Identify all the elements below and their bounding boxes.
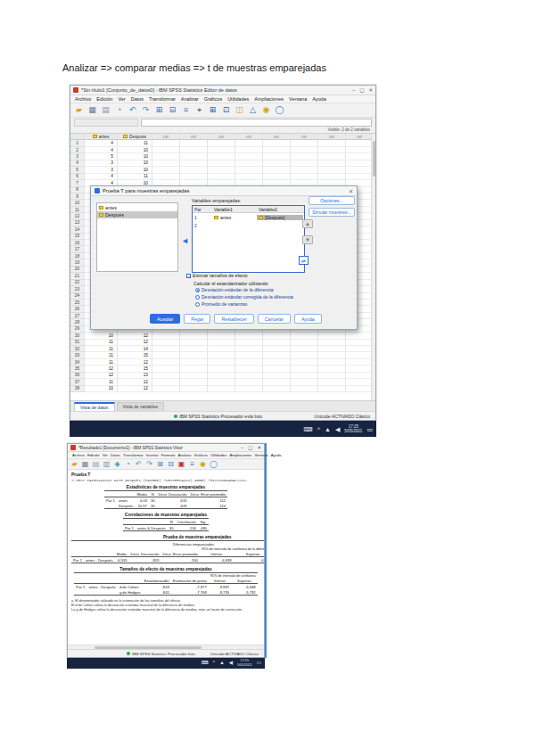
show-variables-icon[interactable]: ≡: [188, 460, 196, 468]
empty-cell[interactable]: [235, 153, 263, 160]
empty-cell[interactable]: [346, 366, 374, 372]
empty-cell[interactable]: [346, 352, 374, 358]
row-number-cell[interactable]: 35: [70, 366, 85, 372]
empty-cell[interactable]: [318, 373, 346, 379]
tab-vista-de-variables[interactable]: Vista de variables: [117, 402, 164, 411]
cell-despues[interactable]: 12: [118, 386, 152, 392]
row-number-cell[interactable]: 23: [70, 286, 85, 292]
variables-info-icon[interactable]: ≡: [181, 105, 191, 115]
empty-cell[interactable]: [180, 346, 208, 352]
cell-antes[interactable]: 5: [85, 153, 118, 160]
row-number-cell[interactable]: 30: [70, 333, 85, 339]
cell-antes[interactable]: 10: [85, 386, 118, 392]
empty-cell[interactable]: [180, 167, 208, 173]
empty-cell[interactable]: [346, 386, 374, 392]
menu-insertar[interactable]: Insertar: [146, 453, 159, 457]
close-icon[interactable]: ✕: [368, 87, 373, 93]
empty-cell[interactable]: [208, 379, 235, 385]
insert-variable-icon[interactable]: ⊡: [221, 105, 231, 115]
cancelar-button[interactable]: Cancelar: [258, 314, 291, 324]
network-tray-icon[interactable]: ▲: [219, 661, 224, 666]
vertical-scrollbar[interactable]: [371, 134, 375, 400]
empty-cell[interactable]: [263, 153, 291, 160]
menu-ampliaciones[interactable]: Ampliaciones: [230, 453, 252, 457]
source-variable-despue-s[interactable]: Después: [97, 211, 177, 218]
empty-cell[interactable]: [318, 379, 346, 385]
notification-center-icon[interactable]: ▭: [366, 426, 373, 432]
volume-tray-icon[interactable]: ◀: [335, 426, 340, 432]
cell-antes[interactable]: 4: [85, 174, 118, 180]
menu-datos[interactable]: Datos: [131, 96, 144, 102]
export-icon[interactable]: ◈: [113, 460, 121, 468]
empty-cell[interactable]: [263, 373, 291, 379]
radio-icon[interactable]: [195, 288, 200, 292]
empty-cell[interactable]: [208, 147, 235, 153]
empty-cell[interactable]: [235, 333, 263, 339]
tray-expand-icon[interactable]: ^: [213, 661, 216, 666]
row-number-cell[interactable]: 18: [70, 253, 85, 259]
empty-cell[interactable]: [263, 147, 291, 153]
empty-cell[interactable]: [208, 373, 235, 379]
save-icon[interactable]: ▦: [81, 460, 89, 468]
undo-icon[interactable]: ↶: [135, 460, 143, 468]
empty-cell[interactable]: [291, 160, 318, 167]
empty-cell[interactable]: [208, 160, 235, 167]
empty-cell[interactable]: [263, 174, 291, 180]
cell-antes[interactable]: 11: [85, 379, 118, 385]
row-number-cell[interactable]: 17: [70, 246, 85, 252]
menu-datos[interactable]: Datos: [111, 453, 120, 457]
row-number-cell[interactable]: 2: [70, 147, 85, 153]
taskbar-clock[interactable]: 17:255/05/2021: [237, 659, 252, 667]
empty-cell[interactable]: [208, 153, 235, 160]
goto-data-icon[interactable]: ⊞: [156, 460, 164, 468]
empty-cell[interactable]: [346, 153, 374, 160]
row-number-cell[interactable]: 14: [70, 226, 85, 233]
empty-cell[interactable]: [263, 340, 291, 346]
row-number-cell[interactable]: 10: [70, 200, 85, 206]
vertical-scrollbar-thumb[interactable]: [373, 141, 375, 177]
empty-cell[interactable]: [318, 160, 346, 167]
cell-despues[interactable]: 10: [118, 153, 152, 160]
swap-pair-button[interactable]: ⇄: [299, 256, 309, 265]
empty-cell[interactable]: [291, 359, 318, 366]
empty-cell[interactable]: [346, 346, 374, 352]
open-data-icon[interactable]: ▰: [74, 105, 84, 115]
empty-cell[interactable]: [152, 167, 180, 173]
minimize-icon[interactable]: –: [352, 87, 355, 93]
empty-cell[interactable]: [152, 333, 180, 339]
save-icon[interactable]: ▦: [87, 105, 97, 115]
empty-cell[interactable]: [180, 174, 208, 180]
select-last-output-icon[interactable]: ▣: [177, 460, 185, 468]
menu-ayuda[interactable]: Ayuda: [271, 453, 282, 457]
empty-cell[interactable]: [318, 147, 346, 153]
tray-expand-icon[interactable]: ^: [317, 426, 320, 432]
empty-cell[interactable]: [180, 340, 208, 346]
cell-antes[interactable]: 11: [85, 352, 118, 358]
empty-cell[interactable]: [263, 140, 291, 146]
move-pair-up-button[interactable]: ▲: [302, 219, 313, 228]
weight-cases-icon[interactable]: △: [248, 105, 258, 115]
cell-despues[interactable]: 11: [118, 140, 152, 146]
paired-variables-table[interactable]: ParVariable1Variable21antes[Después]2: [192, 205, 305, 273]
cell-antes[interactable]: 4: [85, 140, 118, 146]
menu-transformar[interactable]: Transformar: [149, 96, 176, 102]
cell-despues[interactable]: 15: [118, 352, 152, 358]
maximize-icon[interactable]: ▢: [248, 445, 252, 450]
empty-cell[interactable]: [208, 346, 235, 352]
menu-archivo[interactable]: Archivo: [75, 96, 91, 102]
row-number-cell[interactable]: 32: [70, 346, 85, 352]
maximize-icon[interactable]: ▢: [359, 87, 364, 93]
goto-case-icon[interactable]: ⊟: [167, 460, 175, 468]
aceptar-button[interactable]: Aceptar: [150, 314, 180, 324]
cell-despues[interactable]: 12: [118, 359, 152, 366]
empty-cell[interactable]: [235, 366, 263, 372]
empty-cell[interactable]: [291, 153, 318, 160]
empty-cell[interactable]: [346, 333, 374, 339]
print-icon[interactable]: ▤: [92, 460, 100, 468]
pair-row[interactable]: 2: [193, 221, 304, 229]
keyboard-tray-icon[interactable]: ⌨: [202, 661, 209, 666]
restablecer-button[interactable]: Restablecer: [214, 314, 253, 324]
print-icon[interactable]: ▤: [101, 105, 111, 115]
row-number-cell[interactable]: 28: [70, 319, 85, 325]
radio-promedio-de-varianzas[interactable]: Promedio de varianzas: [195, 301, 247, 307]
